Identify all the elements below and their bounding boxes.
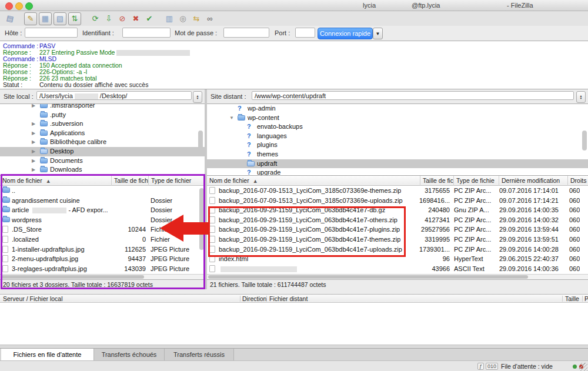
tab-transferts-chou-s[interactable]: Transferts échoués	[94, 349, 165, 360]
remote-tree-scrollbar[interactable]	[582, 131, 587, 151]
remote-file-row[interactable]: backup_2016-09-29-1159_LyciCom_063bdb4c4…	[207, 225, 588, 235]
find-files-button[interactable]: ∞	[204, 13, 216, 25]
zoom-button[interactable]	[25, 2, 33, 10]
disclosure-triangle-icon[interactable]: ▶	[32, 129, 35, 138]
local-header-type[interactable]: Type de fichier	[149, 176, 205, 186]
local-file-row[interactable]: agrandissement cuisineDossier	[0, 196, 205, 206]
local-header-size[interactable]: Taille de fichie	[112, 176, 149, 186]
local-tree-item[interactable]: ▶Desktop	[0, 147, 205, 156]
directory-listing-filter-button[interactable]: ▥	[163, 13, 175, 25]
remote-header-name[interactable]: Nom de fichier▲	[207, 176, 420, 186]
process-queue-button[interactable]: ⇩	[103, 13, 115, 25]
queue-header-priority[interactable]: P	[584, 295, 588, 302]
user-input[interactable]	[122, 28, 171, 38]
tab-fichiers-en-file-d-attente[interactable]: Fichiers en file d'attente	[1, 349, 94, 360]
minimize-button[interactable]	[15, 2, 23, 10]
synchronized-browsing-button[interactable]: ⇆	[191, 13, 202, 25]
remote-path-input[interactable]: /www/wp-content/updraft	[252, 91, 574, 100]
remote-file-row[interactable]: backup_2016-09-29-1159_LyciCom_063bdb4c4…	[207, 245, 588, 255]
remote-tree-item[interactable]: updraft	[207, 159, 588, 169]
directory-listing-filter-icon: ▥	[166, 15, 173, 22]
log-entry: Statut :Contenu du dossier affiché avec …	[0, 82, 588, 88]
reconnect-button[interactable]: ✔	[143, 13, 155, 25]
tab-transferts-r-ussis[interactable]: Transferts réussis	[165, 349, 234, 360]
local-file-row[interactable]: wordpressDossier	[0, 215, 205, 225]
remote-tree-item[interactable]: ?plugins	[207, 141, 588, 150]
local-file-row[interactable]: 2-menu-updraftplus.jpg94437JPEG Picture	[0, 254, 205, 264]
disclosure-triangle-icon[interactable]: ▶	[32, 119, 35, 129]
remote-tree-item[interactable]: ▼wp-content	[207, 113, 588, 123]
site-manager-button[interactable]: ▤	[4, 13, 16, 25]
remote-hscroll[interactable]	[207, 274, 588, 279]
remote-path-stepper[interactable]: ▲▼	[576, 91, 586, 103]
tree-item-label: Desktop	[50, 147, 74, 156]
local-tree-item[interactable]: ▶.itmstransporter	[0, 103, 205, 111]
quickconnect-dropdown-icon[interactable]: ▼	[373, 28, 383, 39]
local-tree-item[interactable]: ▶Bibliothèque calibre	[0, 138, 205, 147]
local-file-row[interactable]: article - AFD expor...Dossier	[0, 205, 205, 215]
remote-header-rights[interactable]: Droits	[568, 176, 588, 186]
password-input[interactable]	[223, 28, 269, 38]
disclosure-triangle-icon[interactable]: ▶	[32, 103, 35, 111]
queue-header-local[interactable]: Serveur / Fichier local	[3, 295, 63, 302]
cancel-button[interactable]: ⊘	[116, 13, 128, 25]
local-file-row[interactable]: 1-installer-updraftplus.jpg112625JPEG Pi…	[0, 245, 205, 255]
message-log-toggle-button[interactable]: ✎	[24, 12, 37, 25]
local-path-input[interactable]: /Users/lycia/Desktop/	[36, 91, 192, 100]
remote-header-modified[interactable]: Dernière modification	[499, 176, 568, 186]
file-size-cell: 1739301...	[394, 246, 450, 253]
transfer-queue-toggle-button[interactable]: ⇅	[68, 12, 81, 25]
tree-item-label: wp-content	[248, 113, 279, 123]
remote-tree-item[interactable]: ?wp-admin	[207, 104, 588, 113]
remote-file-row[interactable]: backup_2016-09-29-1159_LyciCom_063bdb4c4…	[207, 205, 588, 215]
local-tree-scrollbar[interactable]	[198, 131, 203, 153]
local-tree-item[interactable]: ▶Downloads	[0, 165, 205, 175]
disclosure-triangle-icon[interactable]: ▶	[32, 156, 35, 166]
local-file-row[interactable]: .localized0Fichier	[0, 235, 205, 245]
local-tree-item[interactable]: ▶Applications	[0, 129, 205, 138]
local-tree-item[interactable]: ▶.subversion	[0, 119, 205, 129]
local-hscroll[interactable]	[0, 274, 205, 279]
disclosure-triangle-icon[interactable]: ▶	[32, 138, 35, 147]
remote-tree-item[interactable]: ?upgrade	[207, 168, 588, 176]
file-icon	[209, 246, 215, 253]
close-button[interactable]	[5, 2, 13, 10]
remote-file-row[interactable]: backup_2016-09-29-1159_LyciCom_063bdb4c4…	[207, 235, 588, 245]
port-input[interactable]	[295, 28, 315, 38]
local-treeview-toggle-button[interactable]: ▦	[39, 12, 52, 25]
queue-header-size[interactable]: Taille	[565, 295, 579, 302]
host-input[interactable]	[25, 28, 78, 38]
queue-header-remote[interactable]: Fichier distant	[269, 295, 308, 302]
local-tree-item[interactable]: ▶Documents	[0, 156, 205, 166]
disconnect-button[interactable]: ✖	[130, 13, 142, 25]
local-tree-item[interactable]: .putty	[0, 111, 205, 120]
remote-header-type[interactable]: Type de fichie	[454, 176, 499, 186]
remote-tree-item[interactable]: ?envato-backups	[207, 122, 588, 132]
disclosure-triangle-icon[interactable]: ▶	[32, 147, 35, 156]
remote-file-row[interactable]: backup_2016-09-29-1159_LyciCom_063bdb4c4…	[207, 215, 588, 225]
remote-file-row[interactable]: 43966ASCII Text29.09.2016 14:00:36060	[207, 264, 588, 274]
disclosure-triangle-icon[interactable]: ▼	[229, 113, 234, 123]
queue-header-direction[interactable]: Direction	[242, 295, 266, 302]
remote-tree-item[interactable]: ?languages	[207, 132, 588, 141]
remote-treeview-toggle-button[interactable]: ▧	[54, 12, 66, 25]
quickconnect-button[interactable]: Connexion rapide	[318, 28, 373, 39]
file-size-cell: 43966	[394, 265, 450, 272]
tree-item-label: .putty	[50, 111, 66, 120]
remote-header-size[interactable]: Taille de fichi	[420, 176, 454, 186]
resize-grip[interactable]	[579, 363, 587, 371]
local-path-stepper[interactable]: ▲▼	[193, 91, 202, 103]
local-file-row[interactable]: ..	[0, 186, 205, 196]
remote-file-row[interactable]: index.html96HyperText29.06.2015 22:40:37…	[207, 254, 588, 264]
local-file-row[interactable]: .DS_Store10244Fichier	[0, 225, 205, 235]
remote-file-row[interactable]: backup_2016-07-09-1513_LyciCom_3185c0733…	[207, 196, 588, 206]
local-list-header: Nom de fichier▲ Taille de fichie Type de…	[0, 176, 205, 186]
local-list-scrollbar[interactable]	[199, 188, 204, 250]
local-header-name[interactable]: Nom de fichier▲	[0, 176, 112, 186]
directory-comparison-button[interactable]: ◎	[177, 13, 189, 25]
local-file-row[interactable]: 3-reglages-updraftplus.jpg143039JPEG Pic…	[0, 264, 205, 274]
remote-file-row[interactable]: backup_2016-07-09-1513_LyciCom_3185c0733…	[207, 186, 588, 196]
remote-tree-item[interactable]: ?themes	[207, 150, 588, 159]
refresh-button[interactable]: ⟳	[89, 13, 101, 25]
disclosure-triangle-icon[interactable]: ▶	[32, 165, 35, 175]
